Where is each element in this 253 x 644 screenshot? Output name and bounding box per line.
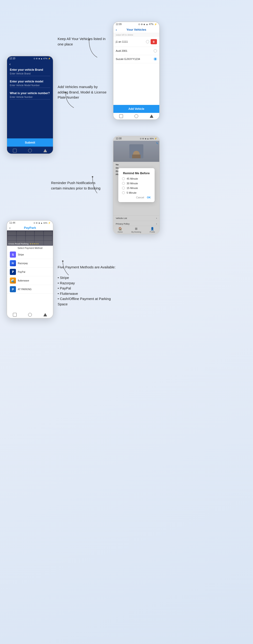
option-label-5: 5 Minute: [127, 191, 136, 194]
nav-bar-vehicles: [114, 113, 159, 120]
modal-actions: Cancel OK: [122, 196, 151, 199]
vehicle-radio-3[interactable]: [154, 57, 157, 61]
payment-flutterwave[interactable]: 🌊 flutterwave: [7, 276, 53, 285]
nav-tr3[interactable]: [43, 313, 47, 316]
vehicle-name-2: Audi 2001: [116, 50, 128, 52]
option-label-45: 45 Minute: [127, 177, 138, 180]
annotation-payment: Five Payment Methods are Available: • St…: [58, 265, 118, 307]
vehicle-row-1: j1 an 1111 🗑: [114, 37, 159, 47]
status-time-payment: 11:44: [9, 222, 15, 224]
vehicle-name-3: Suzuki GJXXYY1234: [116, 58, 140, 60]
paypark-header: ‹ PayPark: [7, 225, 53, 230]
nav-bar-add: [7, 147, 53, 154]
nav-back-icon[interactable]: [150, 114, 154, 118]
nav-sq3[interactable]: [13, 313, 17, 316]
payment-list-item-3: • PayPal: [58, 286, 118, 291]
modal-title: Remind Me Before: [122, 172, 151, 175]
status-bar-payment: 11:44 ⊙ ⊛ ◈ ▲ 34% ⚡: [7, 220, 53, 225]
nav-tr2[interactable]: [43, 149, 47, 152]
atparking-label: AT PARKING: [18, 288, 32, 290]
stripe-label: Stripe: [18, 254, 24, 256]
payment-list-item-5: • Cash/Offline Payment at Parking Space: [58, 296, 118, 307]
option-label-30: 30 Minute: [127, 182, 138, 185]
payment-atparking[interactable]: P AT PARKING: [7, 285, 53, 294]
option-label-15: 15 Minute: [127, 187, 138, 190]
model-input[interactable]: Enter Vehicle Model Number: [10, 84, 50, 88]
vehicle-radio-2[interactable]: [154, 49, 157, 52]
annotation-reminder: Reminder Push Notifications certain minu…: [51, 180, 102, 191]
nav-sq2[interactable]: [13, 149, 17, 152]
brand-input[interactable]: Enter Vehicle Brand: [10, 72, 50, 76]
back-icon-add[interactable]: ‹: [7, 61, 53, 67]
swipe-hint: swipe left to delete: [114, 33, 159, 37]
status-time: 12:09: [116, 23, 122, 26]
nav-ci3[interactable]: [28, 313, 32, 316]
payment-desc: Five Payment Methods are Available:: [58, 265, 118, 270]
razorpay-label: Razorpay: [18, 262, 28, 265]
payment-list: • Stripe • Razorpay • PayPal • Flutterwa…: [58, 275, 118, 307]
modal-cancel-button[interactable]: Cancel: [136, 196, 144, 199]
nav-circle-icon[interactable]: [134, 114, 138, 118]
number-input[interactable]: Enter Vehicle Number: [10, 96, 50, 100]
status-bar-add: 12:10 ⊙ ⊛ ◈ ▲ 47% ⚡: [7, 56, 53, 61]
remind-modal-overlay: Remind Me Before 45 Minute 30 Minute 15 …: [114, 136, 159, 234]
atparking-icon: P: [10, 286, 16, 292]
vehicles-title: Your Vehicles: [126, 28, 146, 32]
phone-payment: 11:44 ⊙ ⊛ ◈ ▲ 34% ⚡ ‹ PayPark Cross Road…: [6, 220, 54, 318]
remind-modal: Remind Me Before 45 Minute 30 Minute 15 …: [118, 168, 154, 202]
modal-option-15[interactable]: 15 Minute: [122, 187, 151, 190]
add-vehicle-button[interactable]: Add Vehicle: [114, 105, 159, 113]
vehicle-radio-1[interactable]: [146, 40, 149, 43]
back-arrow-icon[interactable]: ‹: [116, 28, 117, 32]
brand-label: Enter your vehicle Brand: [10, 68, 50, 72]
form-brand: Enter your vehicle Brand Enter Vehicle B…: [7, 67, 53, 76]
radio-5[interactable]: [122, 191, 125, 194]
vehicle-name-1: j1 an 1111: [116, 40, 128, 43]
annotation-vehicles: Keep All Your Vehicles listed in one pla…: [58, 36, 109, 47]
radio-45[interactable]: [122, 177, 125, 180]
modal-option-45[interactable]: 45 Minute: [122, 177, 151, 180]
delete-vehicle-1[interactable]: 🗑: [151, 39, 157, 44]
back-icon-payment[interactable]: ‹: [9, 226, 10, 230]
status-bar-vehicles: 12:09 ⊙ ⊛ ◈ ▲ 47% ⚡: [114, 22, 159, 26]
radio-15[interactable]: [122, 187, 125, 190]
stripe-icon: S: [10, 252, 16, 258]
vehicles-header: ‹ Your Vehicles: [114, 26, 159, 33]
status-icons: ⊙ ⊛ ◈ ▲ 47% ⚡: [138, 23, 157, 26]
nav-bar-payment: [7, 312, 53, 318]
model-label: Enter your vehicle model: [10, 80, 50, 83]
paypal-label: PayPal: [18, 271, 25, 273]
payment-stripe[interactable]: S Stripe: [7, 250, 53, 259]
parking-cars-grid: [7, 230, 53, 246]
nav-ci2[interactable]: [28, 149, 32, 152]
payment-list-item-1: • Stripe: [58, 275, 118, 280]
modal-option-5[interactable]: 5 Minute: [122, 191, 151, 194]
add-vehicle-content: ‹ Enter your vehicle Brand Enter Vehicle…: [7, 61, 53, 154]
modal-ok-button[interactable]: OK: [147, 196, 151, 199]
payment-razorpay[interactable]: R/ Razorpay: [7, 259, 53, 268]
annotation-add-vehicle: Add Vehicles manually by adding Brand, M…: [58, 84, 109, 100]
svg-point-3: [62, 260, 64, 262]
payment-list-item-4: • Flutterwave: [58, 291, 118, 296]
phone-vehicles: 12:09 ⊙ ⊛ ◈ ▲ 47% ⚡ ‹ Your Vehicles swip…: [113, 22, 160, 120]
phone-profile: 12:00 ⊙ ⊛ ◈ ▲ 45% ⚡ ✎ Na De Em pay Ph 12…: [113, 136, 160, 234]
form-model: Enter your vehicle model Enter Vehicle M…: [7, 78, 53, 88]
flutterwave-icon: 🌊: [10, 278, 16, 284]
razorpay-icon: R/: [10, 260, 16, 266]
modal-option-30[interactable]: 30 Minute: [122, 182, 151, 185]
form-number: What is your vehicle number? Enter Vehic…: [7, 90, 53, 100]
radio-30[interactable]: [122, 182, 125, 185]
paypal-icon: 𝐏: [10, 269, 16, 275]
vehicle-row-3: Suzuki GJXXYY1234: [114, 55, 159, 63]
number-label: What is your vehicle number?: [10, 92, 50, 95]
status-icons-payment: ⊙ ⊛ ◈ ▲ 34% ⚡: [34, 222, 50, 224]
vehicle-row-2: Audi 2001: [114, 47, 159, 55]
parking-image: Cross Road Parking ★★★★★: [7, 230, 53, 246]
status-time-add: 12:10: [9, 57, 15, 60]
flutterwave-label: flutterwave: [18, 280, 29, 282]
nav-square-icon[interactable]: [119, 114, 123, 118]
phone-add-vehicle: 12:10 ⊙ ⊛ ◈ ▲ 47% ⚡ ‹ Enter your vehicle…: [6, 56, 54, 154]
submit-button[interactable]: Submit: [7, 138, 53, 146]
payment-select-label: Select Payment Method: [7, 246, 53, 250]
payment-paypal[interactable]: 𝐏 PayPal: [7, 268, 53, 276]
